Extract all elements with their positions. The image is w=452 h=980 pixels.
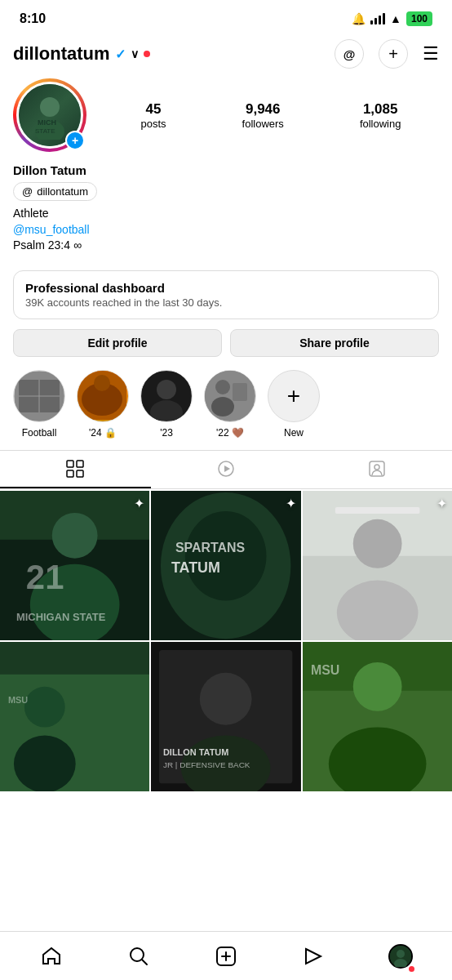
- bio-line1: Athlete: [13, 206, 439, 222]
- svg-point-13: [157, 380, 176, 399]
- bottom-nav: [0, 931, 452, 980]
- svg-point-56: [352, 662, 401, 711]
- status-icons: 🔔 ▲ 100: [352, 11, 432, 26]
- svg-rect-22: [77, 470, 83, 477]
- svg-rect-19: [67, 461, 73, 467]
- posts-label: posts: [141, 118, 166, 130]
- photo-cell-3[interactable]: ✦: [303, 491, 452, 640]
- highlight-circle-23: [140, 370, 193, 422]
- highlight-circle-new: +: [268, 370, 320, 422]
- photo-cell-6[interactable]: MSU: [303, 642, 452, 791]
- profile-top: MICH STATE + 45 posts 9,946 followers 1,…: [13, 78, 439, 152]
- photo-cell-1[interactable]: 21 MICHIGAN STATE ✦: [0, 491, 149, 640]
- svg-text:SPARTANS: SPARTANS: [175, 541, 245, 555]
- svg-point-46: [14, 736, 76, 792]
- threads-logo-icon: @: [22, 185, 33, 198]
- dropdown-arrow-icon[interactable]: ∨: [131, 47, 139, 60]
- highlight-23[interactable]: '23: [140, 370, 193, 439]
- highlight-new[interactable]: + New: [268, 370, 320, 439]
- battery-icon: 100: [406, 11, 432, 26]
- profile-section: MICH STATE + 45 posts 9,946 followers 1,…: [0, 75, 452, 264]
- highlight-circle-football: [13, 370, 65, 422]
- svg-point-66: [397, 950, 405, 958]
- avatar-add-button[interactable]: +: [65, 131, 85, 150]
- highlight-label-new: New: [284, 427, 304, 439]
- dashboard-title: Professional dashboard: [25, 281, 427, 295]
- action-buttons: Edit profile Share profile: [0, 329, 452, 357]
- signal-icon: [370, 13, 385, 24]
- svg-text:MICH: MICH: [38, 118, 56, 127]
- highlight-24[interactable]: '24 🔒: [77, 370, 129, 439]
- photo-cell-2[interactable]: SPARTANS TATUM ✦: [151, 491, 300, 640]
- wifi-icon: ▲: [390, 12, 401, 25]
- highlight-22[interactable]: '22 🤎: [204, 370, 256, 439]
- live-indicator: [144, 51, 150, 57]
- dashboard-subtitle: 39K accounts reached in the last 30 days…: [25, 296, 427, 309]
- nav-search[interactable]: [118, 936, 159, 977]
- header-icons: @ + ☰: [335, 39, 439, 69]
- bio: Athlete @msu_football Psalm 23:4 ∞: [13, 206, 439, 254]
- bookmark-icon-2: ✦: [286, 496, 296, 511]
- username-text: dillontatum: [13, 43, 110, 65]
- photo-grid: 21 MICHIGAN STATE ✦ SPARTANS TATUM ✦ ✦: [0, 491, 452, 792]
- followers-stat[interactable]: 9,946 followers: [242, 101, 284, 130]
- svg-marker-64: [306, 949, 321, 964]
- posts-stat[interactable]: 45 posts: [141, 101, 166, 130]
- username-area[interactable]: dillontatum ✓ ∨: [13, 43, 328, 65]
- avatar-wrapper[interactable]: MICH STATE +: [13, 78, 86, 152]
- tab-reels[interactable]: [151, 451, 302, 488]
- svg-marker-24: [224, 466, 230, 472]
- threads-button[interactable]: @: [335, 39, 364, 69]
- photo-cell-5[interactable]: DILLON TATUM JR | DEFENSIVE BACK: [151, 642, 300, 791]
- highlight-label-24: '24 🔒: [89, 427, 117, 439]
- nav-profile[interactable]: [380, 936, 421, 977]
- bio-line2[interactable]: @msu_football: [13, 222, 439, 238]
- share-profile-button[interactable]: Share profile: [230, 329, 439, 357]
- tab-tagged[interactable]: [301, 451, 452, 488]
- following-stat[interactable]: 1,085 following: [360, 101, 401, 130]
- svg-point-16: [215, 380, 230, 394]
- bio-line3: Psalm 23:4 ∞: [13, 238, 439, 254]
- nav-reels[interactable]: [293, 936, 334, 977]
- svg-text:MSU: MSU: [311, 663, 339, 677]
- menu-button[interactable]: ☰: [423, 43, 439, 65]
- svg-text:21: 21: [26, 557, 64, 595]
- professional-dashboard[interactable]: Professional dashboard 39K accounts reac…: [13, 270, 439, 319]
- nav-add[interactable]: [206, 936, 246, 977]
- svg-rect-20: [77, 461, 83, 467]
- svg-point-17: [211, 397, 234, 416]
- header: dillontatum ✓ ∨ @ + ☰: [0, 31, 452, 75]
- highlights-row: Football '24 🔒: [0, 370, 452, 439]
- svg-point-45: [24, 687, 65, 728]
- followers-count: 9,946: [246, 101, 281, 118]
- edit-profile-button[interactable]: Edit profile: [13, 329, 222, 357]
- svg-text:MICHIGAN STATE: MICHIGAN STATE: [16, 611, 106, 623]
- svg-point-35: [185, 511, 267, 601]
- verified-badge: ✓: [115, 47, 126, 62]
- svg-point-26: [374, 465, 379, 470]
- highlight-label-23: '23: [160, 427, 173, 439]
- svg-point-29: [52, 513, 98, 559]
- following-count: 1,085: [363, 101, 398, 118]
- highlight-circle-24: [77, 370, 129, 422]
- svg-rect-21: [67, 470, 73, 477]
- threads-badge[interactable]: @ dillontatum: [13, 182, 97, 201]
- add-content-button[interactable]: +: [379, 39, 408, 69]
- bookmark-icon-3: ✦: [436, 496, 447, 511]
- threads-handle: dillontatum: [37, 185, 88, 198]
- svg-text:MSU: MSU: [8, 695, 28, 705]
- following-label: following: [360, 118, 401, 130]
- svg-text:DILLON TATUM: DILLON TATUM: [163, 748, 228, 758]
- svg-rect-18: [233, 383, 247, 401]
- svg-point-50: [200, 673, 252, 725]
- svg-text:JR | DEFENSIVE BACK: JR | DEFENSIVE BACK: [163, 761, 250, 770]
- bookmark-icon: ✦: [134, 496, 144, 511]
- photo-cell-4[interactable]: MSU: [0, 642, 149, 791]
- nav-home[interactable]: [31, 936, 72, 977]
- highlight-football[interactable]: Football: [13, 370, 65, 439]
- svg-line-60: [142, 960, 147, 964]
- stats-area: 45 posts 9,946 followers 1,085 following: [103, 101, 439, 130]
- tab-grid[interactable]: [0, 451, 151, 488]
- status-bar: 8:10 🔔 ▲ 100: [0, 0, 452, 31]
- svg-point-0: [40, 97, 60, 117]
